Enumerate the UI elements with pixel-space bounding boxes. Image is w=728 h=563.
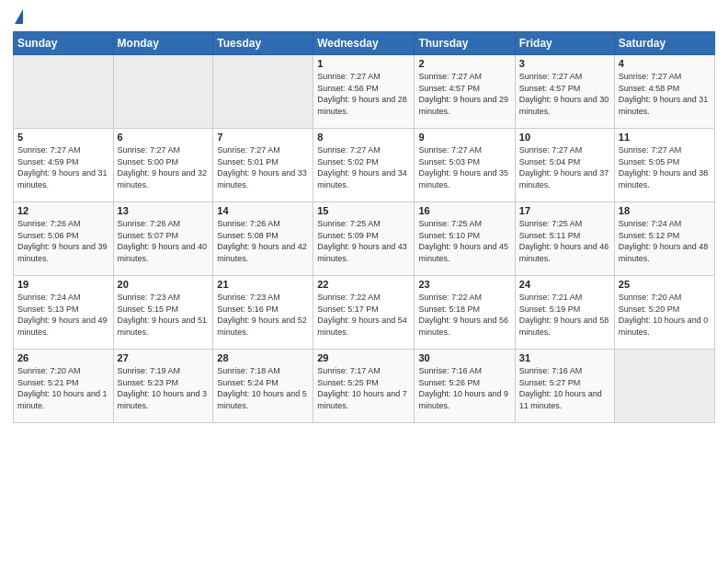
header [13, 9, 715, 26]
day-number: 28 [217, 352, 309, 363]
day-info: Sunrise: 7:17 AMSunset: 5:25 PMDaylight:… [317, 365, 410, 411]
day-info: Sunrise: 7:16 AMSunset: 5:26 PMDaylight:… [418, 365, 510, 411]
day-info: Sunrise: 7:19 AMSunset: 5:23 PMDaylight:… [118, 365, 210, 411]
calendar-cell: 31Sunrise: 7:16 AMSunset: 5:27 PMDayligh… [515, 350, 614, 423]
weekday-header-thursday: Thursday [415, 32, 515, 55]
calendar-cell: 17Sunrise: 7:25 AMSunset: 5:11 PMDayligh… [515, 202, 614, 276]
calendar-cell: 12Sunrise: 7:26 AMSunset: 5:06 PMDayligh… [14, 202, 114, 276]
page: SundayMondayTuesdayWednesdayThursdayFrid… [0, 0, 728, 563]
calendar-cell: 24Sunrise: 7:21 AMSunset: 5:19 PMDayligh… [515, 276, 614, 350]
calendar-cell: 30Sunrise: 7:16 AMSunset: 5:26 PMDayligh… [415, 350, 515, 423]
day-number: 4 [619, 58, 711, 69]
day-info: Sunrise: 7:24 AMSunset: 5:12 PMDaylight:… [619, 218, 711, 264]
calendar-cell: 5Sunrise: 7:27 AMSunset: 4:59 PMDaylight… [14, 129, 114, 202]
calendar-cell: 13Sunrise: 7:26 AMSunset: 5:07 PMDayligh… [113, 202, 213, 276]
day-number: 17 [519, 205, 610, 216]
calendar-cell: 20Sunrise: 7:23 AMSunset: 5:15 PMDayligh… [113, 276, 213, 350]
calendar-cell: 15Sunrise: 7:25 AMSunset: 5:09 PMDayligh… [313, 202, 415, 276]
day-number: 18 [619, 205, 711, 216]
day-number: 13 [118, 205, 210, 216]
day-info: Sunrise: 7:27 AMSunset: 4:58 PMDaylight:… [619, 71, 711, 117]
day-number: 27 [118, 352, 210, 363]
calendar-cell [614, 350, 714, 423]
calendar-cell: 4Sunrise: 7:27 AMSunset: 4:58 PMDaylight… [614, 55, 714, 129]
calendar-cell: 19Sunrise: 7:24 AMSunset: 5:13 PMDayligh… [14, 276, 114, 350]
weekday-header-monday: Monday [113, 32, 213, 55]
day-info: Sunrise: 7:25 AMSunset: 5:11 PMDaylight:… [519, 218, 610, 264]
day-number: 3 [519, 58, 610, 69]
day-info: Sunrise: 7:16 AMSunset: 5:27 PMDaylight:… [519, 365, 610, 411]
day-info: Sunrise: 7:27 AMSunset: 5:04 PMDaylight:… [519, 144, 610, 190]
day-info: Sunrise: 7:26 AMSunset: 5:07 PMDaylight:… [118, 218, 210, 264]
weekday-header-tuesday: Tuesday [213, 32, 313, 55]
calendar-week-row: 12Sunrise: 7:26 AMSunset: 5:06 PMDayligh… [14, 202, 715, 276]
calendar-cell: 7Sunrise: 7:27 AMSunset: 5:01 PMDaylight… [213, 129, 313, 202]
calendar-week-row: 1Sunrise: 7:27 AMSunset: 4:56 PMDaylight… [14, 55, 715, 129]
day-number: 25 [619, 279, 711, 290]
calendar-week-row: 19Sunrise: 7:24 AMSunset: 5:13 PMDayligh… [14, 276, 715, 350]
day-number: 7 [217, 132, 309, 143]
day-number: 12 [17, 205, 109, 216]
calendar-cell: 6Sunrise: 7:27 AMSunset: 5:00 PMDaylight… [113, 129, 213, 202]
day-info: Sunrise: 7:20 AMSunset: 5:21 PMDaylight:… [17, 365, 109, 411]
day-number: 8 [317, 132, 410, 143]
calendar-cell [14, 55, 114, 129]
day-info: Sunrise: 7:23 AMSunset: 5:16 PMDaylight:… [217, 292, 309, 338]
day-info: Sunrise: 7:22 AMSunset: 5:18 PMDaylight:… [418, 292, 510, 338]
calendar-week-row: 26Sunrise: 7:20 AMSunset: 5:21 PMDayligh… [14, 350, 715, 423]
day-info: Sunrise: 7:26 AMSunset: 5:08 PMDaylight:… [217, 218, 309, 264]
day-info: Sunrise: 7:26 AMSunset: 5:06 PMDaylight:… [17, 218, 109, 264]
weekday-header-saturday: Saturday [614, 32, 714, 55]
day-number: 19 [17, 279, 109, 290]
calendar-cell: 28Sunrise: 7:18 AMSunset: 5:24 PMDayligh… [213, 350, 313, 423]
day-number: 2 [418, 58, 510, 69]
weekday-header-sunday: Sunday [14, 32, 114, 55]
day-info: Sunrise: 7:23 AMSunset: 5:15 PMDaylight:… [118, 292, 210, 338]
day-info: Sunrise: 7:24 AMSunset: 5:13 PMDaylight:… [17, 292, 109, 338]
calendar-cell: 14Sunrise: 7:26 AMSunset: 5:08 PMDayligh… [213, 202, 313, 276]
day-info: Sunrise: 7:18 AMSunset: 5:24 PMDaylight:… [217, 365, 309, 411]
calendar-cell [113, 55, 213, 129]
weekday-header-wednesday: Wednesday [313, 32, 415, 55]
day-number: 10 [519, 132, 610, 143]
calendar-cell: 2Sunrise: 7:27 AMSunset: 4:57 PMDaylight… [415, 55, 515, 129]
day-number: 31 [519, 352, 610, 363]
day-info: Sunrise: 7:25 AMSunset: 5:09 PMDaylight:… [317, 218, 410, 264]
day-info: Sunrise: 7:27 AMSunset: 4:57 PMDaylight:… [519, 71, 610, 117]
day-info: Sunrise: 7:27 AMSunset: 5:00 PMDaylight:… [118, 144, 210, 190]
calendar-cell: 9Sunrise: 7:27 AMSunset: 5:03 PMDaylight… [415, 129, 515, 202]
day-info: Sunrise: 7:27 AMSunset: 4:59 PMDaylight:… [17, 144, 109, 190]
day-number: 11 [619, 132, 711, 143]
day-number: 14 [217, 205, 309, 216]
day-number: 15 [317, 205, 410, 216]
day-number: 1 [317, 58, 410, 69]
logo-triangle-icon [15, 9, 23, 24]
calendar-cell: 18Sunrise: 7:24 AMSunset: 5:12 PMDayligh… [614, 202, 714, 276]
day-info: Sunrise: 7:27 AMSunset: 5:02 PMDaylight:… [317, 144, 410, 190]
day-number: 20 [118, 279, 210, 290]
day-number: 9 [418, 132, 510, 143]
calendar-cell: 29Sunrise: 7:17 AMSunset: 5:25 PMDayligh… [313, 350, 415, 423]
calendar-cell: 23Sunrise: 7:22 AMSunset: 5:18 PMDayligh… [415, 276, 515, 350]
calendar-cell: 21Sunrise: 7:23 AMSunset: 5:16 PMDayligh… [213, 276, 313, 350]
calendar-table: SundayMondayTuesdayWednesdayThursdayFrid… [13, 31, 715, 423]
calendar-cell [213, 55, 313, 129]
day-number: 30 [418, 352, 510, 363]
day-number: 26 [17, 352, 109, 363]
weekday-header-friday: Friday [515, 32, 614, 55]
day-number: 21 [217, 279, 309, 290]
calendar-cell: 16Sunrise: 7:25 AMSunset: 5:10 PMDayligh… [415, 202, 515, 276]
day-number: 29 [317, 352, 410, 363]
logo [13, 9, 23, 26]
calendar-week-row: 5Sunrise: 7:27 AMSunset: 4:59 PMDaylight… [14, 129, 715, 202]
calendar-cell: 3Sunrise: 7:27 AMSunset: 4:57 PMDaylight… [515, 55, 614, 129]
calendar-cell: 25Sunrise: 7:20 AMSunset: 5:20 PMDayligh… [614, 276, 714, 350]
calendar-cell: 8Sunrise: 7:27 AMSunset: 5:02 PMDaylight… [313, 129, 415, 202]
day-info: Sunrise: 7:22 AMSunset: 5:17 PMDaylight:… [317, 292, 410, 338]
day-info: Sunrise: 7:27 AMSunset: 5:03 PMDaylight:… [418, 144, 510, 190]
day-info: Sunrise: 7:21 AMSunset: 5:19 PMDaylight:… [519, 292, 610, 338]
day-number: 23 [418, 279, 510, 290]
day-number: 6 [118, 132, 210, 143]
calendar-cell: 27Sunrise: 7:19 AMSunset: 5:23 PMDayligh… [113, 350, 213, 423]
calendar-cell: 26Sunrise: 7:20 AMSunset: 5:21 PMDayligh… [14, 350, 114, 423]
